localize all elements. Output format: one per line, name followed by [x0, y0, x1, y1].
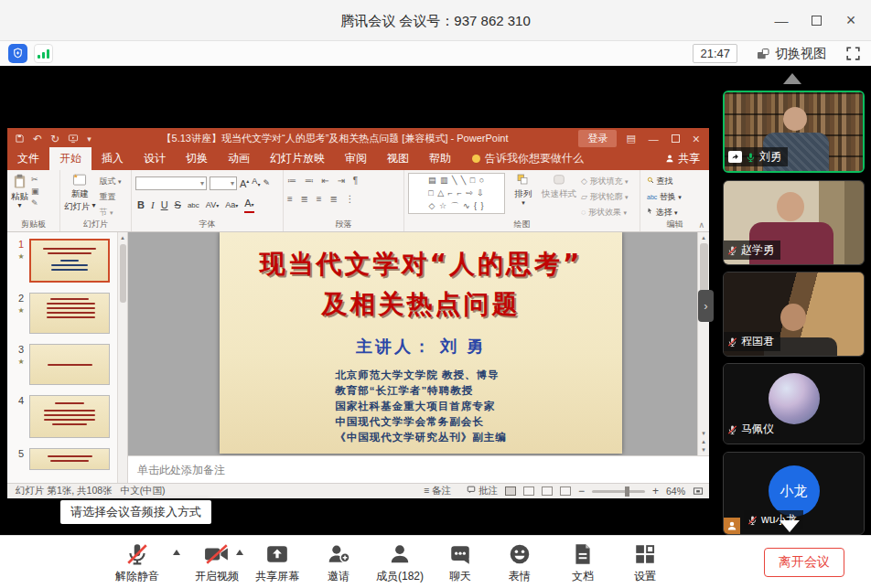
previous-slide-button[interactable]: ▴	[698, 438, 709, 445]
change-case-button[interactable]: Aa▾	[225, 199, 238, 212]
undo-icon[interactable]: ↶	[33, 133, 42, 145]
select-button[interactable]: 选择 ▾	[647, 207, 707, 219]
participant-tile-liuyong[interactable]: 刘勇	[723, 91, 865, 173]
ribbon-tab-animations[interactable]: 动画	[218, 147, 260, 170]
shapes-row3[interactable]: ◇ ☆ ⌒ ∿ { }	[409, 199, 504, 212]
fit-slide-button[interactable]	[693, 486, 704, 497]
ppt-close-button[interactable]: ×	[693, 132, 700, 146]
thumbnail-preview[interactable]	[29, 344, 110, 385]
emoji-button[interactable]: 表情	[485, 542, 554, 584]
ribbon-tab-transitions[interactable]: 切换	[176, 147, 218, 170]
thumbnails-scrollbar[interactable]: ▴	[117, 232, 127, 483]
maximize-button[interactable]	[809, 13, 823, 28]
thumbnail-preview[interactable]	[29, 293, 110, 334]
text-spacing-button[interactable]: AV▾	[206, 199, 219, 212]
format-painter-icon[interactable]: ✎	[31, 198, 39, 208]
close-button[interactable]: ×	[844, 11, 858, 30]
participant-tile-chengguojun[interactable]: 程国君	[723, 272, 865, 357]
network-signal-icon[interactable]	[34, 44, 53, 63]
thumbnail-preview[interactable]	[29, 448, 110, 470]
canvas-scrollbar[interactable]: ▴ ▾ ▴ ▾	[697, 232, 709, 455]
ribbon-display-options-icon[interactable]: ▤	[626, 133, 635, 144]
slide-thumbnail-2[interactable]: 2★	[13, 293, 114, 334]
notes-toggle-button[interactable]: ≡ 备注	[424, 485, 451, 497]
italic-button[interactable]: I	[151, 199, 155, 211]
shapes-row1[interactable]: ▤ ▥ ╲ ╲ □ ○	[409, 174, 504, 187]
save-icon[interactable]	[15, 134, 25, 144]
notes-area[interactable]: 单击此处添加备注	[128, 455, 709, 483]
font-name-combo[interactable]: ▾	[135, 176, 207, 190]
copy-icon[interactable]: ▣	[31, 187, 39, 196]
grow-font-button[interactable]: A▴	[240, 176, 249, 190]
shapes-gallery[interactable]: ▤ ▥ ╲ ╲ □ ○ □ △ ⌐ ⌐ ⇨ ⇩ ◇ ☆ ⌒ ∿ { }	[408, 173, 505, 214]
ribbon-tab-home[interactable]: 开始	[49, 147, 91, 170]
shape-outline-button[interactable]: ▱ 形状轮廓 ▾	[581, 191, 628, 203]
participant-tile-mapeiyi[interactable]: 马佩仪	[723, 363, 865, 444]
share-screen-button[interactable]: 共享屏幕	[242, 542, 312, 584]
font-color-button[interactable]: A▾	[244, 198, 253, 213]
font-size-combo[interactable]: ▾	[210, 176, 237, 190]
docs-button[interactable]: 文档	[548, 542, 618, 584]
unmute-button[interactable]: 解除静音	[102, 542, 172, 584]
ribbon-tab-file[interactable]: 文件	[7, 147, 49, 170]
ppt-share-button[interactable]: 共享	[665, 151, 709, 170]
ribbon-tab-help[interactable]: 帮助	[419, 147, 461, 170]
bold-button[interactable]: B	[137, 199, 145, 211]
shape-fill-button[interactable]: ◇ 形状填充 ▾	[581, 176, 628, 187]
section-button[interactable]: 节 ▾	[100, 207, 122, 219]
zoom-in-button[interactable]: +	[652, 485, 659, 497]
tell-me-button[interactable]: 告诉我你想要做什么	[472, 151, 584, 170]
ribbon-tab-insert[interactable]: 插入	[91, 147, 134, 170]
replace-button[interactable]: abc 替换 ▾	[647, 191, 707, 203]
security-shield-icon[interactable]	[8, 44, 27, 63]
zoom-level[interactable]: 64%	[666, 486, 685, 497]
participants-scroll-up[interactable]	[783, 73, 801, 84]
zoom-out-button[interactable]: −	[578, 485, 585, 497]
thumbnail-preview[interactable]	[29, 239, 110, 283]
panel-collapse-handle[interactable]: ›	[698, 290, 714, 322]
slide[interactable]: 现当代文学对“人的思考” 及相关热点问题 主讲人： 刘 勇 北京师范大学文学院 …	[220, 232, 622, 454]
thumbnails-scroll-up-icon[interactable]: ▴	[118, 234, 127, 241]
fullscreen-button[interactable]	[844, 45, 862, 62]
quick-styles-button[interactable]: 快速样式	[542, 173, 576, 219]
switch-view-button[interactable]: 切换视图	[756, 44, 826, 63]
invite-button[interactable]: 邀请	[304, 542, 373, 584]
shapes-row2[interactable]: □ △ ⌐ ⌐ ⇨ ⇩	[409, 187, 504, 199]
canvas-scroll-down-icon[interactable]: ▾	[698, 430, 709, 437]
thumbnails-scroll-thumb[interactable]	[120, 244, 126, 303]
collapse-ribbon-button[interactable]: ∧	[698, 220, 704, 230]
comments-toggle-button[interactable]: 批注	[467, 485, 498, 497]
view-slide-sorter-button[interactable]	[523, 486, 534, 496]
canvas-scroll-up-icon[interactable]: ▴	[698, 234, 709, 241]
view-slideshow-button[interactable]	[560, 486, 571, 496]
settings-button[interactable]: 设置	[610, 542, 680, 584]
thumbnail-preview[interactable]	[29, 395, 110, 438]
participants-scroll-down[interactable]	[780, 520, 800, 532]
zoom-slider[interactable]	[592, 490, 645, 493]
members-button[interactable]: 成员(182)	[365, 542, 435, 584]
slide-thumbnail-5[interactable]: 5	[13, 448, 114, 470]
ppt-minimize-button[interactable]: —	[649, 134, 659, 144]
ppt-login-button[interactable]: 登录	[578, 130, 617, 147]
next-slide-button[interactable]: ▾	[698, 446, 709, 454]
participant-tile-zhaoxueyong[interactable]: 赵学勇	[723, 180, 865, 265]
minimize-button[interactable]: —	[774, 13, 789, 28]
strikethrough-button[interactable]: S	[175, 199, 181, 211]
redo-icon[interactable]: ↻	[50, 133, 59, 145]
clear-formatting-icon[interactable]: ✎	[263, 177, 270, 189]
shape-effects-button[interactable]: ◌ 形状效果 ▾	[581, 207, 628, 219]
cut-icon[interactable]: ✂	[31, 175, 39, 184]
underline-button[interactable]: U	[161, 199, 168, 211]
ribbon-tab-review[interactable]: 审阅	[335, 147, 377, 170]
slideshow-icon[interactable]	[68, 134, 79, 144]
leave-meeting-button[interactable]: 离开会议	[764, 548, 844, 577]
start-video-button[interactable]: 开启视频	[182, 542, 252, 584]
paragraph-row1-icons[interactable]: ≔ ≕ ⇤ ⇥ ¶	[287, 176, 402, 186]
paragraph-row2-icons[interactable]: ≡ ≣ ≡ ≣ ⋮	[287, 194, 402, 204]
shrink-font-button[interactable]: A▾	[252, 175, 260, 191]
ribbon-tab-design[interactable]: 设计	[134, 147, 176, 170]
arrange-button[interactable]: 排列 ▾	[510, 173, 537, 219]
zoom-slider-thumb[interactable]	[625, 486, 629, 497]
layout-button[interactable]: 版式 ▾	[100, 176, 122, 187]
slide-thumbnail-3[interactable]: 3★	[13, 344, 114, 385]
